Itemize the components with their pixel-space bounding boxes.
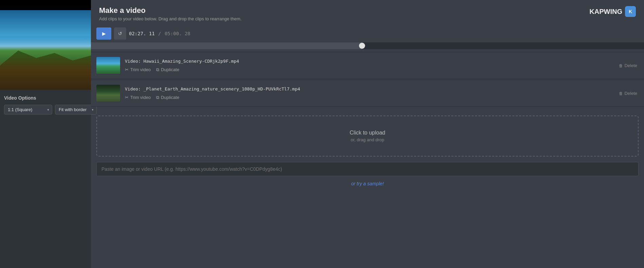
video-options-panel: Video Options 1:1 (Square) 16:9 (Landsca… [0, 90, 91, 120]
upload-main-text: Click to upload [104, 130, 631, 136]
clip-2-title: Video: _Planet_Earth_Amazing_nature_scen… [125, 86, 639, 91]
clip-1-label: Video: [125, 59, 141, 64]
scissors-icon [125, 95, 129, 100]
letterbox-top [0, 0, 91, 10]
progress-bar-thumb[interactable] [359, 43, 365, 49]
clip-1-title: Video: Hawaii_Amazing_Scenery-CDRjk2p9F.… [125, 59, 639, 64]
kapwing-logo-icon: K [625, 6, 636, 17]
clip-1-delete-label: Delete [624, 63, 637, 68]
aspect-ratio-dropdown-wrapper[interactable]: 1:1 (Square) 16:9 (Landscape) 9:16 (Port… [4, 105, 52, 115]
page-title: Make a video [99, 6, 242, 15]
progress-bar[interactable] [91, 42, 644, 49]
table-row: Video: _Planet_Earth_Amazing_nature_scen… [91, 80, 644, 107]
clip-2-thumb-image [96, 85, 120, 102]
clip-2-trim-label: Trim video [130, 95, 151, 100]
replay-icon: ↺ [118, 31, 122, 36]
fit-mode-select[interactable]: Fit with border Fill Stretch [55, 105, 97, 115]
trash-icon [619, 91, 623, 96]
page-subtitle: Add clips to your video below. Drag and … [99, 16, 242, 21]
clip-2-trim-button[interactable]: Trim video [125, 95, 151, 100]
clip-1-trim-button[interactable]: Trim video [125, 67, 151, 72]
upload-section: Click to upload or, drag and drop or try… [91, 107, 644, 192]
clip-1-duplicate-label: Duplicate [161, 67, 179, 72]
time-separator: / [158, 31, 161, 36]
sample-link[interactable]: or try a sample! [96, 181, 639, 186]
preview-image [0, 10, 91, 90]
aspect-ratio-select[interactable]: 1:1 (Square) 16:9 (Landscape) 9:16 (Port… [4, 105, 52, 115]
sidebar: Video Options 1:1 (Square) 16:9 (Landsca… [0, 0, 91, 268]
copy-icon [156, 67, 159, 73]
clip-1-thumb-image [96, 57, 120, 74]
kapwing-brand: KAPWING K [589, 6, 636, 17]
clip-2-duplicate-label: Duplicate [161, 95, 179, 100]
video-preview [0, 0, 91, 90]
url-input[interactable] [96, 162, 639, 176]
clip-1-delete-button[interactable]: Delete [619, 63, 637, 68]
time-total: 05:00. 28 [165, 31, 190, 36]
replay-button[interactable]: ↺ [114, 27, 126, 40]
header-text: Make a video Add clips to your video bel… [99, 6, 242, 21]
clip-1-actions: Trim video Duplicate [125, 67, 639, 73]
scissors-icon [125, 67, 129, 72]
clip-1-thumbnail [96, 57, 120, 74]
progress-bar-fill [91, 42, 362, 49]
play-icon: ▶ [102, 31, 106, 36]
trash-icon [619, 63, 623, 68]
clip-2-label: Video: [125, 86, 141, 91]
player-controls: ▶ ↺ 02:27. 11 / 05:00. 28 [91, 25, 644, 42]
clip-2-duplicate-button[interactable]: Duplicate [156, 95, 179, 100]
clip-2-thumbnail [96, 85, 120, 102]
clip-2-delete-button[interactable]: Delete [619, 91, 637, 96]
clip-1-duplicate-button[interactable]: Duplicate [156, 67, 179, 73]
video-options-title: Video Options [4, 95, 87, 101]
time-current: 02:27. 11 [129, 31, 155, 36]
options-row: 1:1 (Square) 16:9 (Landscape) 9:16 (Port… [4, 105, 87, 115]
time-display: 02:27. 11 / 05:00. 28 [129, 31, 190, 36]
clip-1-trim-label: Trim video [130, 67, 151, 72]
table-row: Video: Hawaii_Amazing_Scenery-CDRjk2p9F.… [91, 52, 644, 79]
top-header: Make a video Add clips to your video bel… [91, 0, 644, 25]
upload-sub-text: or, drag and drop [104, 137, 631, 142]
copy-icon [156, 95, 159, 100]
play-button[interactable]: ▶ [96, 27, 111, 40]
clip-2-actions: Trim video Duplicate [125, 95, 639, 100]
kapwing-wordmark: KAPWING [589, 8, 622, 16]
upload-drop-zone[interactable]: Click to upload or, drag and drop [96, 116, 639, 157]
fit-mode-dropdown-wrapper[interactable]: Fit with border Fill Stretch [55, 105, 97, 115]
main-content: Make a video Add clips to your video bel… [91, 0, 644, 268]
clip-2-info: Video: _Planet_Earth_Amazing_nature_scen… [125, 86, 639, 100]
clip-1-filename: Hawaii_Amazing_Scenery-CDRjk2p9F.mp4 [144, 59, 239, 64]
clip-1-info: Video: Hawaii_Amazing_Scenery-CDRjk2p9F.… [125, 59, 639, 73]
clip-2-delete-label: Delete [624, 91, 637, 96]
clip-2-filename: _Planet_Earth_Amazing_nature_scenery_108… [144, 86, 300, 91]
player-section: ▶ ↺ 02:27. 11 / 05:00. 28 [91, 25, 644, 52]
